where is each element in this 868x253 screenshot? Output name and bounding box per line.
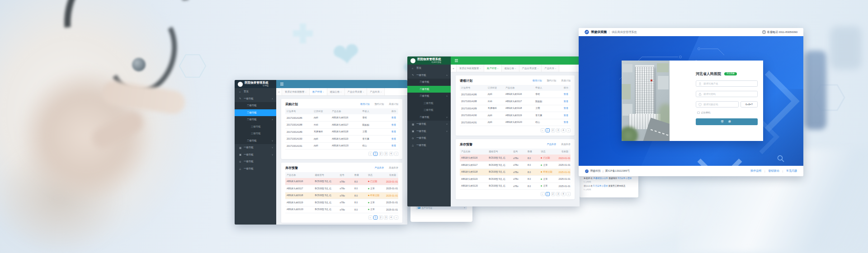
page-button[interactable]: ‹ — [541, 128, 545, 132]
page-button[interactable]: ‹ — [541, 192, 545, 196]
page-button[interactable]: 4 — [389, 216, 393, 220]
stock-type-link[interactable]: 高值库存 — [389, 166, 398, 169]
tab[interactable]: 产品出库 ○ — [367, 88, 385, 95]
tab[interactable]: 通知公告 ○ — [327, 88, 345, 95]
page-button[interactable]: 1 — [546, 128, 550, 132]
view-link[interactable]: 查看 — [564, 100, 568, 103]
tab-close-icon[interactable]: ○ — [480, 67, 481, 70]
page-button[interactable]: › — [394, 152, 398, 156]
tab-close-icon[interactable]: ○ — [340, 91, 341, 93]
page-button[interactable]: › — [394, 216, 398, 220]
view-link[interactable]: 查看 — [392, 137, 396, 140]
view-link[interactable]: 查看 — [392, 130, 396, 133]
page-button[interactable]: 3 — [384, 216, 388, 220]
page-button[interactable]: ‹ — [368, 216, 373, 220]
tab[interactable]: 用户管理 ○ — [310, 88, 327, 95]
hamburger-menu-icon[interactable] — [280, 83, 283, 83]
sidebar-item[interactable]: 二级导航 — [235, 102, 276, 109]
sidebar-item[interactable]: ▦ 一级导航 ∨ — [407, 121, 451, 128]
page-button[interactable]: 2 — [379, 152, 383, 156]
collapse-tabs-icon[interactable]: « — [451, 65, 457, 72]
sidebar-item[interactable]: 三级导航 — [407, 100, 451, 107]
page-button[interactable]: ‹ — [368, 152, 373, 156]
view-link[interactable]: 查看 — [564, 93, 568, 95]
remember-me[interactable]: 记住密码 — [696, 111, 758, 114]
page-button[interactable]: 3 — [556, 128, 560, 132]
tab-close-icon[interactable]: ○ — [323, 91, 324, 93]
hamburger-menu-icon[interactable] — [455, 59, 458, 60]
page-button[interactable]: 1 — [373, 216, 377, 220]
tab-close-icon[interactable]: ○ — [497, 67, 498, 70]
tab-close-icon[interactable]: ○ — [305, 91, 306, 93]
sidebar-item[interactable]: △ 一级导航 — [407, 142, 451, 149]
footer-link[interactable]: 密钥驱动 — [768, 169, 779, 173]
sidebar-item[interactable]: 三级导航 — [235, 130, 276, 137]
checkbox[interactable] — [697, 112, 700, 114]
sidebar-item[interactable]: ▣ 一级导航 ∨ — [407, 128, 451, 135]
page-button[interactable]: › — [566, 192, 571, 196]
feed-link[interactable]: 5月日常小需求 — [618, 177, 632, 179]
feed-link[interactable]: 5 月日常小需求 — [593, 185, 608, 187]
sidebar-item[interactable]: ⊙ 一级导航 — [235, 158, 276, 165]
password-input[interactable] — [703, 93, 755, 95]
password-field[interactable] — [696, 91, 758, 97]
sidebar-item[interactable]: 二级导航 — [407, 79, 451, 86]
page-button[interactable]: 3 — [556, 192, 560, 196]
sidebar-item[interactable]: ⌂ 首页 — [235, 88, 276, 95]
tab[interactable]: 产品出库 ○ — [542, 65, 559, 72]
sidebar-item[interactable]: 二级导航 ∨ — [407, 114, 451, 121]
page-button[interactable]: 4 — [389, 152, 393, 156]
tab-close-icon[interactable]: ○ — [515, 67, 516, 70]
feed-link[interactable]: 风暴精英小分队 — [593, 177, 608, 179]
page-button[interactable]: 2 — [551, 192, 555, 196]
view-link[interactable]: 查看 — [564, 121, 568, 123]
page-button[interactable]: › — [566, 128, 571, 132]
sidebar-item[interactable]: ✎ 一级导航 ∧ — [407, 72, 451, 79]
page-button[interactable]: 2 — [379, 216, 383, 220]
stock-type-link[interactable]: 产品库存 — [375, 166, 384, 169]
plan-type-link[interactable]: 高值计划 — [561, 79, 571, 82]
tab-close-icon[interactable]: ○ — [555, 67, 556, 70]
tab-close-icon[interactable]: ○ — [363, 91, 364, 93]
view-link[interactable]: 查看 — [392, 116, 396, 119]
page-button[interactable]: 2 — [551, 128, 555, 132]
view-link[interactable]: 查看 — [392, 144, 396, 147]
footer-link[interactable]: 操作说明 — [750, 169, 761, 173]
sidebar-item[interactable]: ⊙ 一级导航 — [407, 135, 451, 142]
plan-type-link[interactable]: 高值计划 — [389, 103, 398, 106]
sidebar-item[interactable]: 三级导航 — [235, 123, 276, 131]
collapse-tabs-icon[interactable]: « — [276, 88, 282, 95]
plan-type-link[interactable]: 预约计划 — [547, 79, 557, 82]
page-button[interactable]: 4 — [561, 128, 566, 132]
sidebar-item[interactable]: ▦ 一级导航 ∨ — [235, 144, 276, 151]
tab[interactable]: 产品分类设置 ○ — [519, 65, 542, 72]
tab-close-icon[interactable]: ○ — [538, 67, 538, 70]
tab-close-icon[interactable]: ○ — [381, 91, 382, 93]
login-button[interactable]: 登 录 — [696, 118, 758, 125]
tab[interactable]: 资质证件效期预警 ○ — [457, 65, 484, 72]
sidebar-item[interactable]: 二级导航 ∨ — [235, 137, 276, 145]
plan-type-link[interactable]: 预约计划 — [375, 103, 384, 106]
tab[interactable]: 产品分类设置 ○ — [345, 88, 368, 95]
sidebar-item[interactable]: 二级导航 ∧ — [407, 93, 451, 100]
page-button[interactable]: 1 — [373, 152, 377, 156]
view-link[interactable]: 查看 — [564, 114, 568, 117]
view-link[interactable]: 查看 — [392, 123, 396, 126]
plan-type-link[interactable]: 领用计划 — [360, 103, 370, 106]
sidebar-item[interactable]: 二级导航 — [235, 109, 276, 117]
page-button[interactable]: 4 — [561, 192, 566, 196]
sidebar-item[interactable]: ⌂ 首页 — [407, 65, 451, 72]
tab[interactable]: 通知公告 ○ — [502, 65, 519, 72]
username-input[interactable] — [703, 82, 755, 85]
tab[interactable]: 用户管理 ○ — [484, 65, 502, 72]
sidebar-item[interactable]: 二级导航 — [407, 86, 451, 93]
plan-type-link[interactable]: 领用计划 — [533, 79, 542, 82]
sidebar-item[interactable]: △ 一级导航 — [235, 165, 276, 173]
stock-type-link[interactable]: 高值库存 — [561, 143, 571, 146]
sidebar-item[interactable]: 三级导航 — [407, 107, 451, 114]
sidebar-item[interactable]: 二级导航 ∧ — [235, 116, 276, 123]
sidebar-item[interactable]: ▣ 一级导航 ∨ — [235, 151, 276, 159]
captcha-field[interactable] — [696, 101, 739, 108]
captcha-input[interactable] — [703, 103, 736, 106]
tab[interactable]: 资质证件效期预警 ○ — [282, 88, 310, 95]
